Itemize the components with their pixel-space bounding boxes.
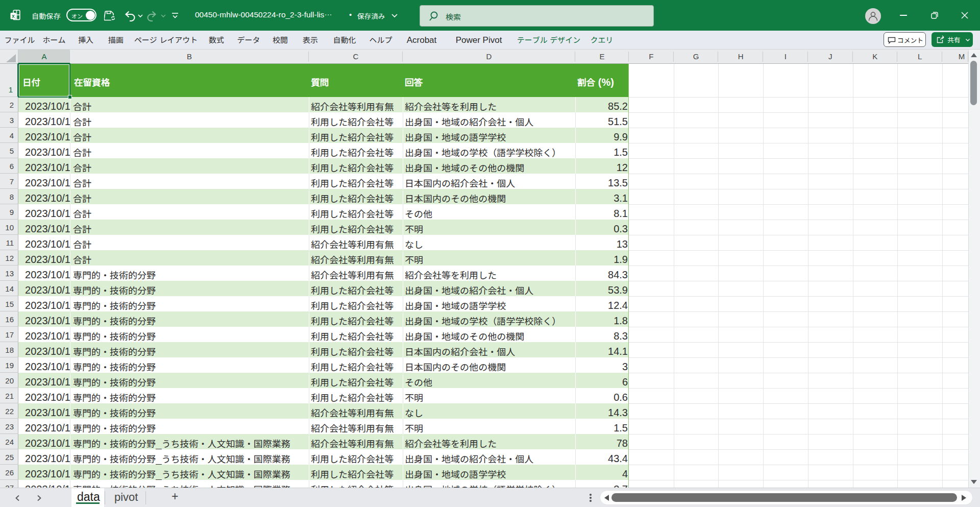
svg-text:x: x [12, 13, 15, 19]
